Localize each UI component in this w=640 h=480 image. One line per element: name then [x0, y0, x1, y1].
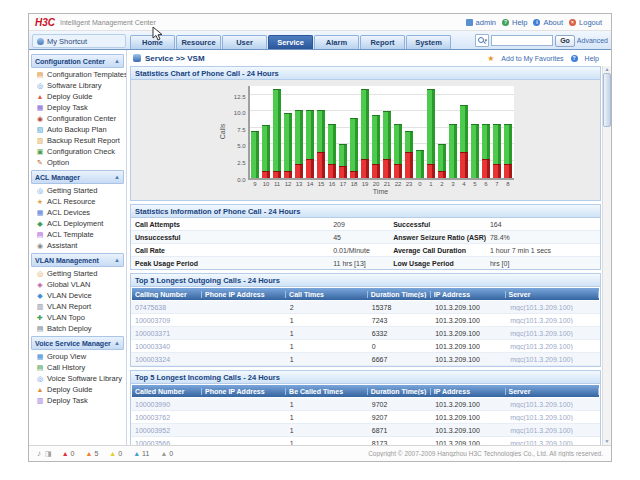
- alarm-count-info[interactable]: ▲0: [160, 450, 173, 457]
- y-tick-label: 2.5: [237, 160, 245, 166]
- sidebar-section-vlan-management[interactable]: VLAN Management▲: [31, 253, 124, 267]
- alarm-sound-icon[interactable]: ♪: [37, 449, 41, 458]
- voice-software-library-icon: ◎: [36, 375, 44, 383]
- chart-x-ticks: 91011121314151617181920212223012345678: [250, 181, 514, 187]
- sidebar-item-getting-started[interactable]: ◎Getting Started: [29, 185, 126, 196]
- page-help-link[interactable]: Help: [585, 55, 599, 62]
- stat-label: Successful: [393, 221, 490, 228]
- sidebar-item-auto-backup-plan[interactable]: ▧Auto Backup Plan: [29, 124, 126, 135]
- scrollbar-thumb[interactable]: [603, 73, 611, 127]
- sidebar-item-acl-resource[interactable]: ★ACL Resource: [29, 196, 126, 207]
- alarm-count-minor[interactable]: ▲0: [109, 450, 122, 457]
- cell-duration-time-s: 9207: [368, 414, 431, 421]
- my-shortcut-button[interactable]: My Shortcut: [32, 34, 126, 48]
- alarm-count: 11: [142, 450, 149, 457]
- collapse-icon[interactable]: ▲: [114, 174, 120, 180]
- favorites-star-icon: ★: [487, 54, 494, 63]
- sidebar-item-vlan-report[interactable]: ▥VLAN Report: [29, 301, 126, 312]
- tab-system[interactable]: System: [406, 35, 451, 49]
- table-row: 10000337116332101.3.209.100mgc(101.3.209…: [131, 327, 600, 340]
- bar-hour-13: [294, 86, 305, 178]
- vertical-scrollbar[interactable]: ▲ ▼: [602, 66, 611, 445]
- copyright-text: Copyright © 2007-2009 Hangzhou H3C Techn…: [368, 450, 603, 457]
- sidebar-item-global-vlan[interactable]: ◈Global VLAN: [29, 279, 126, 290]
- alarm-count-major[interactable]: ▲5: [85, 450, 98, 457]
- unsuccessful-bar-segment: [284, 171, 292, 178]
- y-tick-label: 0.0: [237, 177, 245, 183]
- search-icon[interactable]: ▾: [475, 34, 489, 47]
- tab-home[interactable]: Home: [130, 35, 175, 49]
- sidebar-item-option[interactable]: ✎Option: [29, 157, 126, 168]
- sidebar-item-backup-result-report[interactable]: ▥Backup Result Report: [29, 135, 126, 146]
- sidebar-item-vlan-device[interactable]: ◆VLAN Device: [29, 290, 126, 301]
- sidebar-item-deploy-guide[interactable]: ▲Deploy Guide: [29, 91, 126, 102]
- sidebar-section-configuration-center[interactable]: Configuration Center▲: [31, 54, 124, 68]
- alarm-panel-icon[interactable]: ◨: [45, 450, 52, 458]
- cell-call-times: 1: [286, 343, 368, 350]
- acl-devices-icon: ▦: [36, 209, 44, 217]
- sidebar-item-voice-software-library[interactable]: ◎Voice Software Library: [29, 373, 126, 384]
- x-tick-label: 13: [294, 181, 305, 187]
- about-link[interactable]: About: [543, 18, 563, 27]
- collapse-icon[interactable]: ▲: [114, 257, 120, 263]
- sidebar-item-call-history[interactable]: ▤Call History: [29, 362, 126, 373]
- cell-called-number: 100003566: [131, 440, 201, 446]
- x-tick-label: 11: [272, 181, 283, 187]
- sidebar-item-deploy-task[interactable]: ▥Deploy Task: [29, 395, 126, 406]
- logout-link[interactable]: Logout: [579, 18, 602, 27]
- cell-call-times: 1: [286, 317, 368, 324]
- advanced-link[interactable]: Advanced: [577, 37, 608, 44]
- sidebar-item-configuration-center[interactable]: ◉Configuration Center: [29, 113, 126, 124]
- sidebar-item-label: Software Library: [47, 81, 102, 90]
- collapse-icon[interactable]: ▲: [114, 58, 120, 64]
- scroll-up-icon[interactable]: ▲: [605, 66, 610, 73]
- scroll-down-icon[interactable]: ▼: [605, 438, 610, 445]
- user-icon: [466, 19, 473, 26]
- sidebar-item-deploy-task[interactable]: ▦Deploy Task: [29, 102, 126, 113]
- sidebar-section-acl-manager[interactable]: ACL Manager▲: [31, 170, 124, 184]
- sidebar-item-acl-devices[interactable]: ▦ACL Devices: [29, 207, 126, 218]
- alarm-count-warning[interactable]: ▲11: [133, 450, 149, 457]
- sidebar-item-configuration-templates[interactable]: ▤Configuration Templates: [29, 69, 126, 80]
- tab-resource[interactable]: Resource: [176, 35, 221, 49]
- x-tick-label: 5: [470, 181, 481, 187]
- sidebar-item-deploy-guide[interactable]: ▲Deploy Guide: [29, 384, 126, 395]
- sidebar-item-getting-started[interactable]: ◎Getting Started: [29, 268, 126, 279]
- tab-report[interactable]: Report: [360, 35, 405, 49]
- sidebar-item-software-library[interactable]: ◎Software Library: [29, 80, 126, 91]
- x-tick-label: 10: [261, 181, 272, 187]
- column-header-called-number: Called Number: [132, 388, 202, 395]
- x-tick-label: 1: [426, 181, 437, 187]
- app-body: Configuration Center▲▤Configuration Temp…: [29, 50, 611, 445]
- group-view-icon: ▦: [36, 353, 44, 361]
- search-input[interactable]: [491, 35, 553, 46]
- add-to-favorites-link[interactable]: Add to My Favorites: [501, 55, 563, 62]
- bar-hour-18: [349, 86, 360, 178]
- help-link[interactable]: Help: [512, 18, 527, 27]
- sidebar-item-batch-deploy[interactable]: ▤Batch Deploy: [29, 323, 126, 334]
- sidebar-item-acl-deployment[interactable]: ◆ACL Deployment: [29, 218, 126, 229]
- sidebar-item-acl-template[interactable]: ▤ACL Template: [29, 229, 126, 240]
- bar-hour-16: [327, 86, 338, 178]
- stat-label: Call Rate: [135, 247, 333, 254]
- tab-alarm[interactable]: Alarm: [314, 35, 359, 49]
- alarm-counts: ▲0▲5▲0▲11▲0: [62, 450, 185, 457]
- table-row: 10000395216871101.3.209.100mgc(101.3.209…: [131, 424, 600, 437]
- stat-value: 78.4%: [490, 234, 596, 241]
- alarm-count-critical[interactable]: ▲0: [62, 450, 75, 457]
- sidebar-item-configuration-check[interactable]: ▣Configuration Check: [29, 146, 126, 157]
- alarm-count: 0: [118, 450, 122, 457]
- tab-service[interactable]: Service: [268, 35, 313, 49]
- configuration-templates-icon: ▤: [36, 71, 44, 79]
- sidebar-item-group-view[interactable]: ▦Group View: [29, 351, 126, 362]
- cell-duration-time-s: 15378: [368, 304, 431, 311]
- cell-ip-address: 101.3.209.100: [431, 330, 506, 337]
- collapse-icon[interactable]: ▲: [114, 340, 120, 346]
- sidebar-item-assistant[interactable]: ◉Assistant: [29, 240, 126, 251]
- sidebar-item-vlan-topo[interactable]: ✚VLAN Topo: [29, 312, 126, 323]
- sidebar-section-voice-service-manager[interactable]: Voice Service Manager▲: [31, 336, 124, 350]
- cell-call-times: 1: [286, 330, 368, 337]
- tab-user[interactable]: User: [222, 35, 267, 49]
- bar-hour-19: [360, 86, 371, 178]
- go-button[interactable]: Go: [555, 35, 575, 47]
